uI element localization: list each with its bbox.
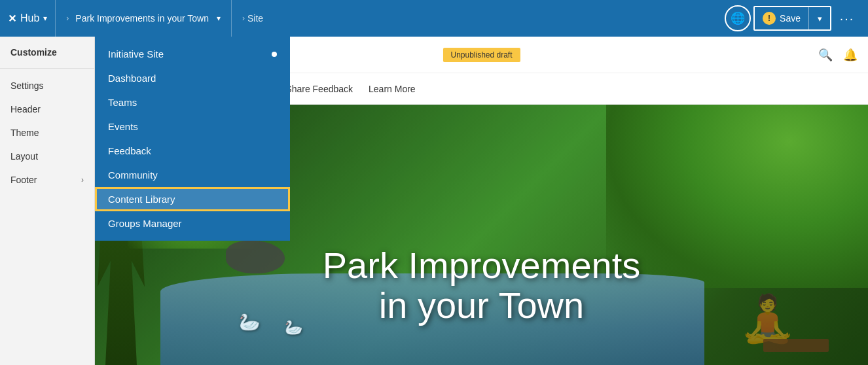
dropdown-community-label: Community <box>108 169 158 181</box>
sidebar-item-header[interactable]: Header <box>0 97 94 121</box>
dropdown-item-community[interactable]: Community <box>95 163 290 187</box>
site-breadcrumb-chevron-icon: › <box>242 14 245 23</box>
search-icon[interactable]: 🔍 <box>818 48 833 62</box>
dropdown-item-groups-manager[interactable]: Groups Manager <box>95 211 290 235</box>
site-label: Site <box>247 13 263 24</box>
save-button[interactable]: ! Save <box>755 7 809 29</box>
initiative-dropdown-chevron-icon: ▾ <box>217 14 221 23</box>
bench-icon <box>763 339 829 352</box>
hero-title-line1: Park Improvements <box>323 245 641 286</box>
sidebar-header-label: Header <box>10 104 41 114</box>
globe-icon: 🌐 <box>731 11 745 26</box>
dropdown-initiative-site-label: Initiative Site <box>108 48 164 60</box>
sidebar-title: Customize <box>0 47 94 68</box>
sidebar-settings-label: Settings <box>10 80 44 91</box>
save-dropdown-chevron-icon: ▾ <box>818 14 822 24</box>
dropdown-feedback-label: Feedback <box>108 145 151 156</box>
site-nav-learn-more[interactable]: Learn More <box>369 84 416 94</box>
initiative-title: Park Improvements in your Town <box>75 13 209 24</box>
hero-title-line2: in your Town <box>323 285 641 326</box>
dropdown-teams-label: Teams <box>108 97 137 108</box>
site-nav-share-feedback[interactable]: Share Feedback <box>285 84 353 94</box>
sidebar-item-layout[interactable]: Layout <box>0 145 94 168</box>
nav-right-actions: 🌐 ! Save ▾ ··· <box>725 5 868 31</box>
site-nav-item[interactable]: › Site <box>232 0 274 37</box>
main-layout: Customize Settings Header Theme Layout F… <box>0 37 868 365</box>
initiative-dropdown-menu: Initiative Site Dashboard Teams Events F… <box>95 37 290 241</box>
close-icon: ✕ <box>8 12 16 25</box>
unpublished-badge: Unpublished draft <box>443 48 520 62</box>
dropdown-groups-manager-label: Groups Manager <box>108 218 182 229</box>
dropdown-item-teams[interactable]: Teams <box>95 90 290 114</box>
bell-icon[interactable]: 🔔 <box>843 48 858 62</box>
more-options-button[interactable]: ··· <box>834 5 860 31</box>
warning-icon: ! <box>763 12 776 25</box>
more-icon: ··· <box>840 11 855 26</box>
sidebar-footer-chevron-icon: › <box>81 175 84 184</box>
customize-sidebar: Customize Settings Header Theme Layout F… <box>0 37 95 365</box>
sidebar-item-footer[interactable]: Footer › <box>0 168 94 192</box>
sidebar-layout-label: Layout <box>10 151 38 162</box>
rocks-icon <box>226 241 285 273</box>
dropdown-content-library-label: Content Library <box>108 194 175 205</box>
breadcrumb-chevron-icon: › <box>66 14 69 23</box>
globe-button[interactable]: 🌐 <box>725 5 751 31</box>
dropdown-item-events[interactable]: Events <box>95 114 290 139</box>
sidebar-divider <box>0 68 94 69</box>
save-label: Save <box>780 13 801 24</box>
save-dropdown-button[interactable]: ▾ <box>809 7 830 29</box>
dropdown-events-label: Events <box>108 121 138 132</box>
dropdown-item-content-library[interactable]: Content Library <box>95 187 290 211</box>
close-hub-button[interactable]: ✕ Hub ▾ <box>0 0 56 37</box>
dropdown-item-feedback[interactable]: Feedback <box>95 139 290 163</box>
hub-chevron-icon: ▾ <box>43 14 47 23</box>
swan-right-icon: 🦢 <box>285 319 302 336</box>
sidebar-theme-label: Theme <box>10 128 39 138</box>
person-icon: 🧘 <box>739 292 796 345</box>
save-button-group: ! Save ▾ <box>753 6 831 31</box>
hub-label: Hub <box>20 12 39 24</box>
swan-left-icon: 🦢 <box>239 312 260 332</box>
sidebar-item-theme[interactable]: Theme <box>0 121 94 145</box>
active-dot-icon <box>272 52 277 57</box>
dropdown-dashboard-label: Dashboard <box>108 73 156 84</box>
tree-right-icon <box>606 105 868 288</box>
sidebar-footer-label: Footer <box>10 175 37 185</box>
dropdown-item-initiative-site[interactable]: Initiative Site <box>95 42 290 66</box>
top-navigation: ✕ Hub ▾ › Park Improvements in your Town… <box>0 0 868 37</box>
hero-text-overlay: Park Improvements in your Town <box>323 245 641 326</box>
sidebar-item-settings[interactable]: Settings <box>0 74 94 97</box>
site-header-right-actions: 🔍 🔔 <box>818 48 858 62</box>
initiative-nav-button[interactable]: › Park Improvements in your Town ▾ <box>56 0 232 37</box>
dropdown-item-dashboard[interactable]: Dashboard <box>95 66 290 90</box>
